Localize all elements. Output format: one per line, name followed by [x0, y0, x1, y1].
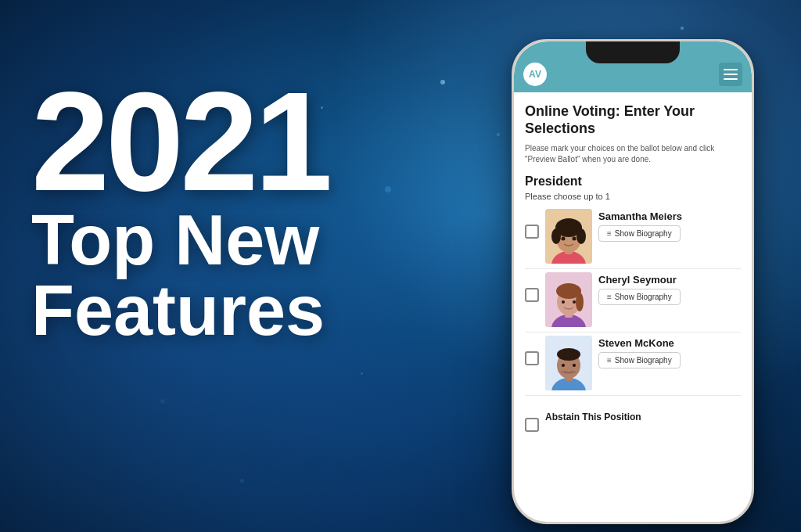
- candidate-checkbox-3[interactable]: [525, 351, 539, 365]
- divider-2: [525, 332, 741, 332]
- svg-point-23: [573, 364, 576, 367]
- candidate-info-2: Cheryl Seymour ≡ Show Biography: [598, 272, 741, 305]
- bio-button-label-1: Show Biography: [615, 229, 672, 238]
- subtitle-text-line1: Top New: [31, 201, 319, 279]
- svg-point-6: [577, 228, 586, 244]
- candidate-info-3: Steven McKone ≡ Show Biography: [598, 336, 741, 368]
- ballot-subtitle: Please mark your choices on the ballot b…: [525, 143, 741, 165]
- app-logo: AV: [523, 63, 547, 86]
- bio-button-label-3: Show Biography: [615, 356, 672, 365]
- candidate-checkbox-1[interactable]: [525, 225, 539, 239]
- year-heading: 2021: [31, 78, 438, 205]
- candidate-photo-1: [545, 209, 592, 264]
- candidate-name-3: Steven McKone: [598, 336, 741, 349]
- bio-icon-2: ≡: [607, 293, 612, 301]
- bio-button-label-2: Show Biography: [615, 293, 672, 301]
- candidate-photo-3: [545, 336, 592, 390]
- abstain-row: Abstain This Position: [525, 399, 741, 432]
- logo-text: AV: [529, 69, 541, 80]
- ballot-title: Online Voting: Enter Your Selections: [525, 103, 741, 137]
- phone-notch: [586, 41, 680, 63]
- menu-line-3: [724, 78, 738, 80]
- svg-point-5: [551, 228, 561, 244]
- candidate-info-1: Samantha Meiers ≡ Show Biography: [598, 209, 741, 242]
- candidate-name-2: Cheryl Seymour: [598, 272, 741, 286]
- candidate-row: Cheryl Seymour ≡ Show Biography: [525, 272, 741, 327]
- svg-point-8: [573, 237, 577, 241]
- candidate-row: Samantha Meiers ≡ Show Biography: [525, 209, 741, 264]
- menu-line-1: [724, 69, 738, 70]
- abstain-checkbox[interactable]: [525, 418, 539, 432]
- show-biography-button-1[interactable]: ≡ Show Biography: [598, 225, 681, 242]
- phone-content: Online Voting: Enter Your Selections Ple…: [514, 92, 752, 522]
- svg-point-14: [576, 293, 584, 311]
- candidate-name-1: Samantha Meiers: [598, 209, 741, 222]
- subtitle-text-line2: Features: [31, 271, 325, 350]
- phone-body: AV Online Voting: Enter Your Selections …: [512, 39, 754, 524]
- svg-point-16: [573, 300, 576, 304]
- abstain-label: Abstain This Position: [545, 412, 641, 422]
- svg-point-21: [557, 348, 580, 361]
- choose-label: Please choose up to 1: [525, 192, 741, 201]
- candidate-row: Steven McKone ≡ Show Biography: [525, 336, 741, 390]
- bio-icon-3: ≡: [607, 356, 612, 365]
- svg-point-22: [562, 364, 565, 367]
- phone-mockup: AV Online Voting: Enter Your Selections …: [512, 39, 754, 524]
- phone-screen: AV Online Voting: Enter Your Selections …: [514, 41, 752, 522]
- left-content: 2021 Top New Features: [31, 78, 438, 346]
- candidate-photo-2: [545, 272, 592, 327]
- menu-line-2: [724, 74, 738, 75]
- divider-3: [525, 395, 741, 396]
- show-biography-button-2[interactable]: ≡ Show Biography: [598, 289, 681, 305]
- svg-point-7: [562, 237, 566, 241]
- section-title: President: [525, 174, 741, 189]
- svg-point-15: [562, 300, 565, 304]
- candidate-checkbox-2[interactable]: [525, 288, 539, 302]
- subtitle-line1: Top New Features: [31, 205, 438, 346]
- divider-1: [525, 268, 741, 269]
- menu-button[interactable]: [719, 63, 742, 86]
- bio-icon-1: ≡: [607, 229, 612, 238]
- show-biography-button-3[interactable]: ≡ Show Biography: [598, 352, 681, 368]
